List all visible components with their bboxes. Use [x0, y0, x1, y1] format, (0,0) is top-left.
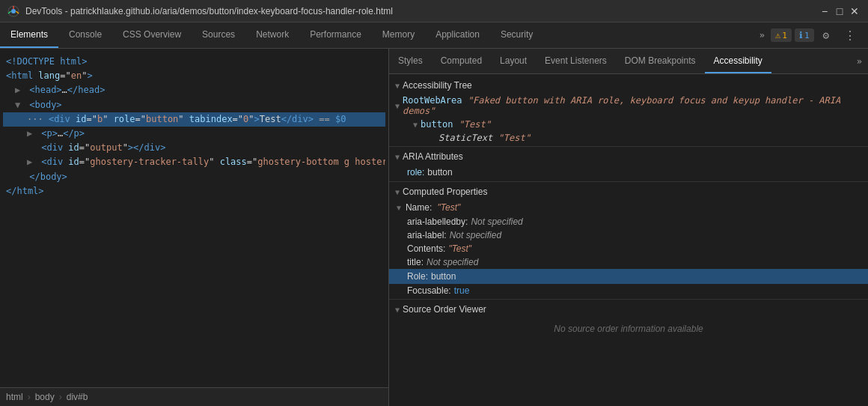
html-line-html[interactable]: <html lang="en">	[3, 69, 385, 83]
accessibility-content: ▼ Accessibility Tree ▼ RootWebArea "Fake…	[389, 74, 868, 406]
divider-2	[389, 181, 868, 182]
html-line-ghostery[interactable]: ▶ <div id="ghostery-tracker-tally" class…	[3, 155, 385, 169]
computed-name-row[interactable]: ▼ Name: "Test"	[389, 200, 868, 215]
tab-dom-breakpoints[interactable]: DOM Breakpoints	[616, 49, 705, 73]
breadcrumb-html[interactable]: html	[6, 392, 23, 402]
html-line-p[interactable]: ▶ <p>…</p>	[3, 127, 385, 141]
more-options-button[interactable]: ⋮	[838, 28, 862, 43]
tab-sources[interactable]: Sources	[192, 22, 245, 48]
warning-badge[interactable]: ⚠ 1	[771, 28, 792, 42]
computed-aria-labelledby: aria-labelledby: Not specified	[389, 215, 868, 228]
aria-role-key: role:	[407, 167, 424, 178]
html-line-doctype: <!DOCTYPE html>	[3, 55, 385, 69]
tab-performance[interactable]: Performance	[299, 22, 372, 48]
name-expand-icon: ▼	[395, 204, 403, 212]
breadcrumb: html › body › div#b	[0, 387, 388, 406]
root-web-area-node[interactable]: ▼ RootWebArea "Faked button with ARIA ro…	[389, 94, 868, 118]
elements-panel: <!DOCTYPE html> <html lang="en"> ▶ <head…	[0, 49, 389, 406]
html-line-head[interactable]: ▶ <head>…</head>	[3, 83, 385, 97]
tab-computed[interactable]: Computed	[432, 49, 491, 73]
tab-network[interactable]: Network	[245, 22, 299, 48]
breadcrumb-div-b[interactable]: div#b	[67, 392, 88, 402]
more-tabs-icon[interactable]: »	[757, 30, 768, 40]
source-order-header[interactable]: ▼ Source Order Viewer	[389, 301, 868, 318]
titlebar-title: DevTools - patrickhlauke.github.io/aria/…	[25, 6, 813, 16]
computed-name-key: Name:	[406, 202, 432, 213]
tab-console[interactable]: Console	[58, 22, 112, 48]
computed-aria-label: aria-label: Not specified	[389, 228, 868, 242]
tab-elements[interactable]: Elements	[0, 22, 58, 48]
computed-role[interactable]: Role: button	[389, 269, 868, 284]
collapse-arrow-computed-icon: ▼	[395, 188, 400, 196]
aria-attributes-header[interactable]: ▼ ARIA Attributes	[389, 148, 868, 165]
warning-icon: ⚠	[775, 30, 780, 40]
html-line-body[interactable]: ▼ <body>	[3, 98, 385, 112]
divider	[389, 146, 868, 147]
aria-role-value: button	[427, 167, 452, 178]
tab-memory[interactable]: Memory	[372, 22, 425, 48]
info-icon: ℹ	[799, 30, 803, 40]
html-line-output[interactable]: <div id="output"></div>	[3, 141, 385, 155]
collapse-arrow-source-icon: ▼	[395, 306, 400, 314]
settings-button[interactable]: ⚙	[817, 29, 835, 41]
collapse-arrow-icon: ▼	[395, 82, 400, 90]
source-order-empty-message: No source order information available	[389, 318, 868, 340]
tree-leaf-icon: ▼	[431, 134, 435, 142]
titlebar: DevTools - patrickhlauke.github.io/aria/…	[0, 0, 868, 22]
tab-styles[interactable]: Styles	[389, 49, 432, 73]
svg-point-1	[11, 9, 16, 13]
html-tree[interactable]: <!DOCTYPE html> <html lang="en"> ▶ <head…	[0, 49, 388, 387]
static-text-node[interactable]: ▼ StaticText "Test"	[389, 131, 868, 145]
source-order-title: Source Order Viewer	[403, 304, 486, 315]
tab-layout[interactable]: Layout	[491, 49, 536, 73]
sub-tabs: Styles Computed Layout Event Listeners D…	[389, 49, 868, 74]
html-line-html-close: </html>	[3, 184, 385, 199]
main-content: <!DOCTYPE html> <html lang="en"> ▶ <head…	[0, 49, 868, 406]
right-panel: Styles Computed Layout Event Listeners D…	[389, 49, 868, 406]
tab-css-overview[interactable]: CSS Overview	[112, 22, 192, 48]
minimize-button[interactable]: −	[819, 5, 831, 17]
warning-count: 1	[782, 31, 787, 40]
computed-title: title: Not specified	[389, 255, 868, 269]
tree-expand-icon-2: ▼	[413, 121, 418, 129]
window-controls: − □ ✕	[819, 5, 861, 17]
divider-3	[389, 299, 868, 300]
info-badge[interactable]: ℹ 1	[795, 28, 814, 42]
computed-contents: Contents: "Test"	[389, 242, 868, 255]
tab-action-icons: » ⚠ 1 ℹ 1 ⚙ ⋮	[757, 22, 868, 48]
devtools-main-tabs: Elements Console CSS Overview Sources Ne…	[0, 22, 868, 49]
computed-name-value: "Test"	[438, 202, 461, 213]
tree-expand-icon: ▼	[395, 102, 400, 110]
computed-focusable: Focusable: true	[389, 284, 868, 297]
tab-accessibility[interactable]: Accessibility	[705, 49, 771, 73]
computed-properties-header[interactable]: ▼ Computed Properties	[389, 184, 868, 200]
button-node[interactable]: ▼ button "Test"	[389, 118, 868, 131]
aria-attributes-title: ARIA Attributes	[403, 151, 463, 162]
accessibility-tree-title: Accessibility Tree	[403, 80, 472, 91]
chrome-icon	[7, 5, 19, 17]
close-button[interactable]: ✕	[849, 5, 861, 17]
info-count: 1	[804, 31, 810, 40]
maximize-button[interactable]: □	[834, 5, 846, 17]
accessibility-tree-header[interactable]: ▼ Accessibility Tree	[389, 77, 868, 94]
collapse-arrow-aria-icon: ▼	[395, 153, 400, 161]
computed-properties-title: Computed Properties	[403, 187, 487, 197]
tab-event-listeners[interactable]: Event Listeners	[536, 49, 616, 73]
sub-tab-more-icon[interactable]: »	[851, 49, 868, 73]
html-line-body-close: </body>	[3, 170, 385, 184]
aria-role-row: role: button	[389, 165, 868, 180]
tab-application[interactable]: Application	[425, 22, 490, 48]
html-line-div-b[interactable]: ··· <div id="b" role="button" tabindex="…	[3, 112, 385, 127]
tab-security[interactable]: Security	[490, 22, 543, 48]
breadcrumb-body[interactable]: body	[35, 392, 55, 402]
